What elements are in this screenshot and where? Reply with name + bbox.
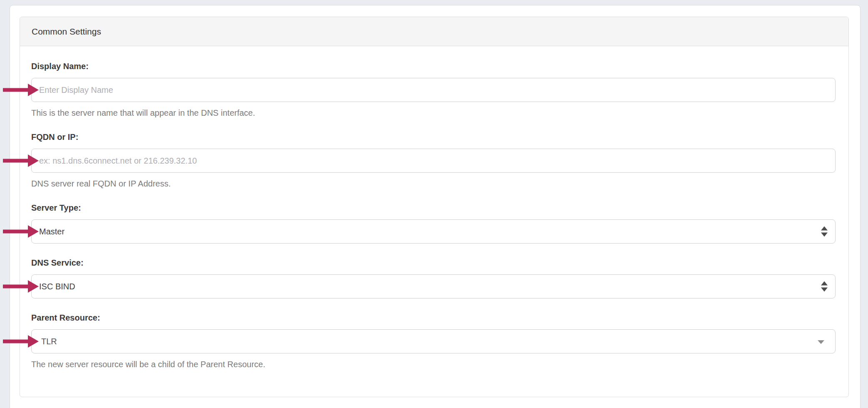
- server-type-select[interactable]: Master: [31, 219, 836, 244]
- chevron-down-icon: [818, 340, 824, 344]
- select-arrows-icon: [821, 281, 828, 292]
- form-group-server-type: Server Type: Master: [31, 203, 836, 244]
- server-type-label: Server Type:: [31, 203, 836, 213]
- common-settings-panel: Common Settings Display Name: This is th…: [20, 17, 849, 397]
- form-group-display-name: Display Name: This is the server name th…: [31, 61, 836, 118]
- dns-service-value: ISC BIND: [39, 282, 75, 291]
- dns-service-select[interactable]: ISC BIND: [31, 274, 836, 299]
- panel-title: Common Settings: [32, 27, 101, 37]
- parent-resource-label: Parent Resource:: [31, 313, 836, 323]
- server-type-control: Master: [31, 219, 836, 244]
- fqdn-help: DNS server real FQDN or IP Address.: [31, 179, 836, 189]
- dns-service-control: ISC BIND: [31, 274, 836, 299]
- parent-resource-control: TLR: [31, 329, 836, 353]
- form-group-dns-service: DNS Service: ISC BIND: [31, 258, 836, 299]
- fqdn-input[interactable]: [31, 149, 836, 173]
- parent-resource-value: TLR: [41, 337, 57, 346]
- parent-resource-help: The new server resource will be a child …: [31, 359, 836, 369]
- display-name-control: [31, 78, 836, 102]
- content-card: Common Settings Display Name: This is th…: [10, 5, 861, 408]
- parent-resource-dropdown[interactable]: TLR: [31, 329, 836, 353]
- select-arrows-icon: [821, 226, 828, 237]
- form-group-fqdn: FQDN or IP: DNS server real FQDN or IP A…: [31, 132, 836, 189]
- form-group-parent-resource: Parent Resource: TLR The new server reso…: [31, 313, 836, 369]
- fqdn-control: [31, 149, 836, 173]
- panel-header: Common Settings: [20, 17, 848, 46]
- display-name-help: This is the server name that will appear…: [31, 108, 836, 118]
- panel-body: Display Name: This is the server name th…: [20, 46, 848, 397]
- dns-service-label: DNS Service:: [31, 258, 836, 268]
- server-type-value: Master: [39, 227, 64, 236]
- display-name-label: Display Name:: [31, 61, 836, 71]
- fqdn-label: FQDN or IP:: [31, 132, 836, 142]
- display-name-input[interactable]: [31, 78, 836, 102]
